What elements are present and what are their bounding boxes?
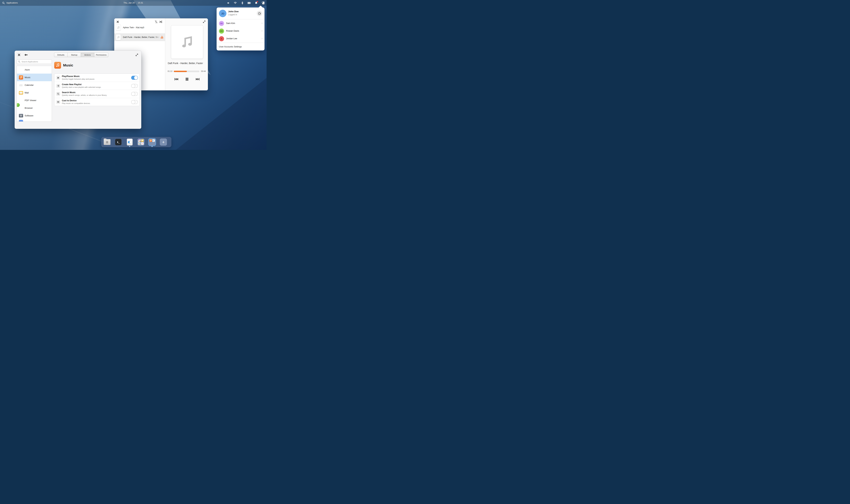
app-detail-title: Music (63, 63, 73, 67)
action-description: Quickly toggle between play and pause. (62, 78, 95, 80)
search-applications-input[interactable] (22, 60, 51, 64)
desktop: Applications Thu, Jan 20 15:31 (0, 0, 267, 150)
playlist-track-2[interactable]: Daft Punk - Harder, Better, Faster, Stro (114, 33, 165, 41)
app-item-software[interactable]: Software (17, 112, 52, 120)
previous-icon (174, 78, 178, 81)
action-title: Cast to Device (62, 100, 76, 102)
repeat-off-button[interactable] (154, 20, 158, 23)
next-icon (195, 78, 199, 81)
app-item-browser[interactable]: Browser (17, 104, 52, 112)
dock-app-group[interactable]: ✓ (137, 138, 145, 146)
seek-bar[interactable] (174, 71, 199, 72)
user-accounts-settings-button[interactable]: User Accounts Settings (217, 43, 265, 51)
music-close-button[interactable] (116, 20, 119, 23)
battery-icon[interactable] (248, 1, 251, 5)
playback-controls (165, 76, 208, 82)
user-row-jordan-lee[interactable]: JL Jordan Lee › (217, 35, 265, 42)
pause-icon (185, 77, 188, 81)
search-music-toggle[interactable] (131, 92, 138, 96)
action-title: Play/Pause Music (62, 75, 80, 77)
dock-files[interactable] (103, 138, 111, 146)
bluetooth-icon[interactable] (241, 1, 244, 5)
cast-to-device-toggle[interactable] (131, 100, 138, 104)
tasks-mini-icon: ✓ (141, 142, 144, 145)
duration-time: 03:44 (201, 70, 206, 72)
search-icon (56, 92, 60, 96)
logout-icon (258, 12, 261, 15)
settings-mini-icon (152, 139, 155, 142)
app-item-calendar[interactable]: Calendar (17, 81, 52, 89)
music-mini-icon (149, 139, 152, 142)
user-name: Rowan Davis (226, 30, 239, 32)
settings-header: Defaults Startup Actions Permissions (15, 51, 141, 59)
avatar: JL (219, 36, 224, 41)
current-user-row: JD John Doe Logged in (217, 7, 265, 19)
tab-actions[interactable]: Actions (81, 53, 94, 57)
music-note-icon (180, 35, 194, 49)
play-pause-toggle[interactable] (131, 76, 138, 80)
settings-tab-bar: Defaults Startup Actions Permissions (54, 53, 108, 57)
settings-sidebar: Atom Music Calendar (17, 59, 52, 64)
user-accounts-popover: JD John Doe Logged in SK Sam Kim › RD Ro… (217, 7, 265, 51)
toggle-glyph (128, 141, 131, 143)
app-item-label: Mail (25, 91, 29, 94)
app-group-icon: ✓ (137, 139, 144, 146)
action-title: Search Music (62, 91, 76, 94)
create-playlist-toggle[interactable] (131, 84, 138, 88)
files-icon (104, 139, 110, 145)
volume-icon[interactable] (227, 1, 230, 5)
app-item-label: Music (25, 76, 31, 79)
wifi-icon[interactable] (234, 1, 237, 5)
album-art (171, 25, 203, 59)
play-icon (56, 76, 60, 80)
close-icon (117, 21, 119, 23)
other-users-list: SK Sam Kim › RD Rowan Davis › JL Jordan … (217, 20, 265, 42)
toggle-knob (131, 92, 135, 96)
settings-expand-button[interactable] (135, 53, 139, 57)
mail-mini-icon (141, 139, 144, 142)
app-item-label: Atom (25, 69, 30, 71)
atom-app-icon (19, 68, 23, 72)
settings-close-button[interactable] (17, 53, 21, 57)
app-detail-header: Music (54, 62, 73, 69)
shuffle-button[interactable] (159, 20, 162, 23)
action-description: Play music on compatible devices. (62, 102, 90, 104)
avatar: JD (219, 10, 227, 17)
app-item-music[interactable]: Music (17, 74, 52, 81)
app-item-atom[interactable]: Atom (17, 66, 52, 74)
plus-icon: + (160, 139, 167, 146)
next-track-button[interactable] (194, 76, 200, 82)
user-row-sam-kim[interactable]: SK Sam Kim › (217, 20, 265, 27)
action-row-create-playlist: Create New Playlist Quickly start a new … (54, 82, 140, 90)
dock-system-settings[interactable] (126, 138, 134, 146)
app-item-mail[interactable]: Mail (17, 89, 52, 96)
app-item-pdf-viewer[interactable]: PDF Viewer (17, 96, 52, 104)
action-row-play-pause: Play/Pause Music Quickly toggle between … (54, 74, 140, 82)
back-arrow-icon (24, 54, 28, 56)
dock-add-workspace[interactable]: + (160, 138, 167, 146)
dock-terminal[interactable]: $_ (114, 138, 122, 146)
music-app-icon-large (54, 62, 61, 69)
user-row-rowan-davis[interactable]: RD Rowan Davis › (217, 27, 265, 35)
music-nowplaying-pane: Daft Punk - Harder, Better, Faster 01:13… (165, 18, 208, 90)
actions-card: Play/Pause Music Quickly toggle between … (54, 74, 140, 106)
clock-date: Thu, Jan 20 (123, 2, 135, 4)
playlist-track-1[interactable]: Aphex Twin - Xtal.mp3 (114, 24, 165, 32)
track-art-icon (116, 25, 121, 31)
tab-startup[interactable]: Startup (68, 53, 81, 57)
app-item-label: Software (25, 114, 33, 117)
action-row-search-music: Search Music Quickly search songs, artis… (54, 90, 140, 98)
logout-button[interactable] (257, 11, 262, 16)
settings-back-button[interactable] (24, 53, 28, 57)
session-indicator-icon[interactable] (262, 1, 265, 5)
dock-workspace-active[interactable] (148, 138, 156, 146)
tab-permissions[interactable]: Permissions (94, 53, 108, 57)
speaker-icon (56, 100, 60, 104)
tab-defaults[interactable]: Defaults (54, 53, 68, 57)
app-item-partial[interactable] (17, 120, 52, 122)
notifications-icon[interactable] (254, 1, 258, 5)
previous-track-button[interactable] (173, 76, 179, 82)
music-expand-button[interactable] (202, 20, 206, 23)
user-name: Jordan Lee (226, 37, 237, 40)
pause-button[interactable] (184, 76, 190, 82)
